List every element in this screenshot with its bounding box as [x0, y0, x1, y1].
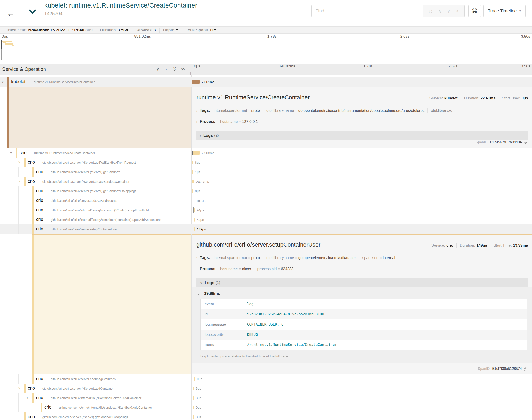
span-boundary-caret [193, 207, 194, 213]
prev-result-icon[interactable]: ∧ [438, 8, 441, 14]
crio-span-color-bar [32, 235, 34, 374]
timeline-span-bar[interactable] [193, 415, 194, 419]
timeline-span-bar[interactable] [194, 208, 195, 212]
process-accordion[interactable]: › Process: host.name = 127.0.0.1 [196, 119, 528, 126]
span-toggle-chevron-icon[interactable]: ∨ [18, 160, 20, 164]
span-toggle-chevron-icon[interactable]: ∨ [1, 80, 4, 83]
span-row-crio-11[interactable]: ∨criogithub.com/cri-o/cri-o/server.(*Ser… [0, 384, 532, 393]
service-name: crio [28, 414, 35, 419]
service-color-bar [32, 225, 34, 234]
span-toggle-chevron-icon[interactable]: ∨ [27, 396, 29, 399]
span-row-crio-5[interactable]: criogithub.com/cri-o/cri-o/server.(*Serv… [0, 186, 532, 196]
indent-guide [2, 186, 2, 196]
span-toggle-chevron-icon[interactable]: ∨ [18, 386, 20, 390]
indent-guide [10, 167, 10, 177]
chevron-right-icon: › [196, 267, 198, 271]
tags-accordion[interactable]: › Tags: internal.span.format = protootel… [196, 108, 528, 115]
expand-all-icon[interactable]: ≫ [181, 66, 186, 72]
view-selector-button[interactable]: Trace Timeline ∨ [483, 5, 526, 17]
span-row-crio-8[interactable]: criogithub.com/cri-o/cri-o/internal/fact… [0, 215, 532, 225]
timeline-span-bar[interactable] [194, 227, 195, 231]
trace-title-link[interactable]: kubelet: runtime.v1.RuntimeService/Creat… [44, 2, 197, 9]
operation-name: github.com/cri-o/cri-o/server.(*Server).… [42, 180, 129, 183]
tag-item: internal.span.format = proto [214, 108, 263, 113]
span-row-crio-3[interactable]: criogithub.com/cri-o/cri-o/server.(*Serv… [0, 167, 532, 177]
span-duration-label: 151μs [196, 199, 205, 202]
span-toggle-chevron-icon[interactable]: ∨ [18, 180, 20, 183]
expand-one-icon[interactable]: › [164, 66, 169, 72]
next-result-icon[interactable]: ∨ [447, 8, 450, 14]
detail-meta: Service:crio Duration:149μs Start Time:1… [428, 243, 528, 248]
summary-label: Depth [163, 28, 174, 33]
tags-accordion[interactable]: › Tags: internal.span.format = protootel… [196, 255, 528, 263]
collapse-all-icon[interactable]: ≫ [172, 67, 177, 71]
tag-item: process.pid = 624283 [254, 267, 297, 271]
process-accordion[interactable]: › Process: host.name = nixosprocess.pid … [196, 267, 528, 274]
operation-name: github.com/cri-o/cri-o/internal/factory/… [51, 218, 161, 222]
timeline-span-bar[interactable] [193, 396, 194, 400]
minimap-ruler: 0μs891.02ms1.78s2.67s3.56s [0, 34, 532, 40]
span-row-crio-12[interactable]: ∨criogithub.com/cri-o/cri-o/internal/lib… [0, 393, 532, 403]
back-arrow-icon[interactable]: ← [4, 7, 17, 20]
timeline-span-bar[interactable] [192, 80, 200, 84]
logs-accordion-open[interactable]: ∨ Logs (1) [196, 278, 528, 287]
timeline-span-bar[interactable] [194, 377, 195, 381]
indent-guide [10, 205, 10, 215]
timeline-span-bar[interactable] [192, 189, 193, 193]
trace-minimap[interactable] [0, 40, 532, 60]
keyboard-shortcuts-button[interactable]: ⌘ [468, 5, 481, 17]
service-label: Service: [431, 243, 445, 247]
span-id-row: SpanID: 0174567d17a0448e [476, 140, 528, 144]
chevron-down-icon: ∨ [519, 9, 521, 13]
timeline-span-bar[interactable] [193, 387, 194, 390]
duration-value: 77.61ms [481, 96, 495, 100]
detail-divider [196, 251, 528, 252]
span-row-crio-1[interactable]: ∨crioruntime.v1.RuntimeService/CreateCon… [0, 148, 532, 158]
span-row-crio-2[interactable]: ∨criogithub.com/cri-o/cri-o/server.(*Ser… [0, 158, 532, 167]
clear-find-icon[interactable]: × [456, 8, 459, 14]
collapse-trace-chevron-icon[interactable] [28, 9, 36, 15]
link-icon[interactable] [524, 140, 528, 144]
span-row-crio-13[interactable]: criogithub.com/cri-o/cri-o/internal/lib/… [0, 403, 532, 412]
span-row-crio-7[interactable]: criogithub.com/cri-o/cri-o/internal/conf… [0, 205, 532, 215]
timeline-span-bar[interactable] [192, 170, 193, 174]
timeline-span-bar[interactable] [192, 180, 194, 183]
span-toggle-chevron-icon[interactable]: ∨ [10, 151, 12, 154]
span-duration-label: 3μs [196, 396, 201, 400]
logs-accordion[interactable]: › Logs (2) [196, 131, 528, 140]
tag-equals: = [294, 108, 298, 113]
indent-guide [2, 225, 2, 234]
span-row-crio-10[interactable]: criogithub.com/cri-o/cri-o/server.addIma… [0, 374, 532, 384]
timeline-span-bar[interactable] [194, 199, 194, 202]
span-boundary-caret [191, 179, 192, 184]
collapse-one-icon[interactable]: ∨ [155, 66, 160, 72]
span-id-value: 51cf7f38e5128574 [492, 367, 522, 371]
operation-name: github.com/cri-o/cri-o/server.addOCIBind… [51, 199, 117, 202]
service-name: crio [44, 405, 51, 410]
span-row-crio-4[interactable]: ∨criogithub.com/cri-o/cri-o/server.(*Ser… [0, 177, 532, 186]
locate-icon[interactable]: ◎ [429, 8, 432, 14]
tag-key: otel.library.name [266, 256, 294, 260]
span-row-kubelet-0[interactable]: ∨kubeletruntime.v1.RuntimeService/Create… [0, 77, 532, 87]
tag-key: host.name [220, 267, 238, 271]
chevron-right-icon: › [196, 120, 198, 123]
tags-list: internal.span.format = protootel.library… [214, 108, 458, 113]
indent-guide [2, 374, 2, 384]
column-resizer-handle[interactable]: || [190, 72, 190, 75]
service-name: crio [28, 386, 35, 391]
timeline-span-bar[interactable] [192, 151, 200, 155]
find-input[interactable] [312, 5, 422, 17]
span-row-crio-6[interactable]: criogithub.com/cri-o/cri-o/server.addOCI… [0, 196, 532, 205]
indent-guide [10, 215, 10, 225]
timeline-span-bar[interactable] [193, 405, 194, 409]
summary-value: 5 [176, 28, 178, 33]
indent-guide [18, 374, 19, 384]
link-icon[interactable] [524, 367, 528, 371]
timeline-span-bar[interactable] [194, 218, 195, 222]
minimap-tick: 2.67s [400, 34, 410, 39]
span-row-crio-9[interactable]: criogithub.com/cri-o/cri-o/server.setupC… [0, 225, 532, 234]
span-row-crio-14[interactable]: criogithub.com/cri-o/cri-o/server.(*Serv… [0, 412, 532, 420]
detail-header: runtime.v1.RuntimeService/CreateContaine… [196, 94, 528, 101]
timeline-span-bar[interactable] [192, 161, 193, 164]
log-entry-header[interactable]: ∨ 19.99ms [197, 291, 528, 296]
